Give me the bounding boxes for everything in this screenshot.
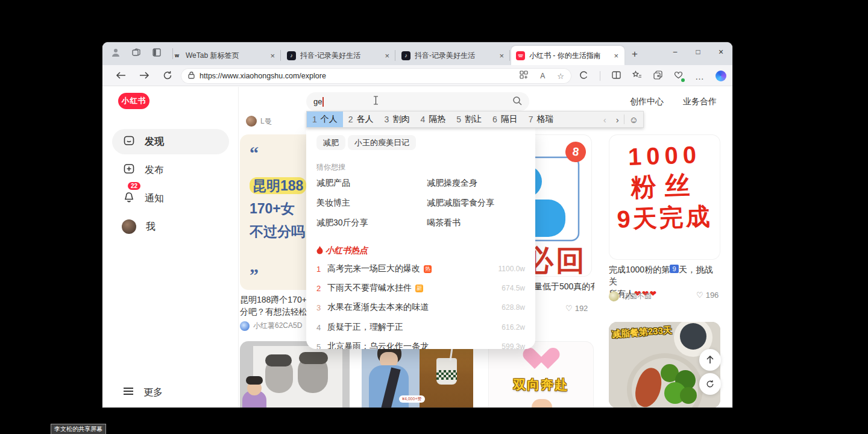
tab-douyin-2[interactable]: ♪ 抖音-记录美好生活 × [397,46,510,65]
ime-candidate[interactable]: 2各人 [343,112,379,127]
refresh-icon[interactable] [163,71,172,80]
extension-icon[interactable] [579,71,588,82]
close-tab-icon[interactable]: × [612,51,620,60]
creator-center-link[interactable]: 创作中心 [630,96,664,107]
address-bar[interactable]: https://www.xiaohongshu.com/explore A ☆ [181,68,571,84]
tab-xiaohongshu[interactable]: 小红书 - 你的生活指南 × [511,46,624,65]
day-badge: 9 [670,265,679,273]
split-screen-icon[interactable] [612,71,621,81]
douyin-icon: ♪ [287,51,296,60]
sidebar-item-publish[interactable]: 发布 [112,157,229,183]
like-count[interactable]: ♡ 196 [696,291,719,300]
like-icon: ♡ [696,291,703,300]
ime-candidate[interactable]: 4隔热 [415,112,451,127]
pink-heart-icon [529,348,553,370]
photo-card-heart[interactable]: 双向奔赴 [488,341,594,407]
search-suggestion[interactable]: 减肥30斤分享 [316,218,368,228]
copilot-icon[interactable] [715,71,726,81]
ime-candidate-bar: 1个人 2各人 3割肉 4隔热 5割让 6隔日 7格瑞 ‹ › ☺ [306,111,644,128]
photo-card[interactable] [240,341,350,407]
sidebar-item-label: 通知 [145,192,164,205]
xiaohongshu-logo[interactable]: 小红书 [118,93,149,109]
like-count[interactable]: ♡ 192 [565,304,588,313]
handwritten-text: 1000 [609,139,720,172]
close-window-button[interactable]: × [709,42,732,61]
sidebar-item-notifications[interactable]: 22 通知 [112,186,229,211]
search-icon[interactable] [512,96,522,108]
workspaces-icon[interactable] [131,48,141,60]
close-tab-icon[interactable]: × [383,51,391,60]
avatar [240,321,250,331]
collections-icon[interactable] [653,71,662,82]
flame-icon [316,246,323,256]
like-icon: ♡ [565,304,573,313]
refresh-feed-button[interactable] [699,373,721,395]
ime-emoji-icon[interactable]: ☺ [624,115,643,125]
douyin-icon: ♪ [401,51,410,60]
maximize-button[interactable]: □ [687,42,709,61]
forward-icon[interactable] [139,71,149,80]
browser-essentials-icon[interactable] [674,71,684,81]
note-author[interactable]: 汤圆不圆 [609,291,652,301]
card-caption: 双向奔赴 [488,376,594,393]
wetab-icon: w [172,51,181,60]
ime-candidate[interactable]: 3割肉 [379,112,415,127]
business-link[interactable]: 业务合作 [683,96,717,107]
search-suggestion[interactable]: 减肥减脂零食分享 [427,198,494,209]
search-suggestion[interactable]: 美妆博主 [316,198,350,209]
search-dropdown: 减肥 小王的瘦美日记 猜你想搜 减肥产品 减肥操瘦全身 美妆博主 减肥减脂零食分… [306,127,535,349]
notification-badge: 22 [128,182,140,190]
hot-item[interactable]: 2下雨天不要背碱水挂件 新 674.5w [316,281,525,295]
history-chip[interactable]: 小王的瘦美日记 [348,135,416,150]
note-title[interactable]: 量低于500真的有 [534,280,594,292]
tab-douyin-1[interactable]: ♪ 抖音-记录美好生活 × [282,46,395,65]
avatar [122,219,136,234]
url-text: https://www.xiaohongshu.com/explore [200,72,520,80]
minimize-button[interactable]: – [664,42,687,61]
hot-badge: 热 [424,265,432,273]
handwritten-text: 9天完成 [609,200,720,234]
read-aloud-icon[interactable]: A [540,72,545,80]
favorites-star-icon[interactable]: ☆ [557,72,564,81]
author-name: 汤圆不圆 [623,291,652,301]
new-tab-button[interactable]: + [632,48,638,60]
close-tab-icon[interactable]: × [498,51,505,60]
hot-item[interactable]: 5北京暴雨：乌云化作一条龙 599.3w [316,340,525,349]
vertical-tabs-icon[interactable] [152,48,162,60]
photo-card[interactable]: ¥4,000+赞 [362,341,473,407]
ime-prev-icon[interactable]: ‹ [599,115,611,125]
bell-icon [123,191,135,206]
sidebar-item-me[interactable]: 我 [112,214,229,239]
profile-icon[interactable] [111,48,121,60]
search-suggestion[interactable]: 喝茶看书 [427,218,461,228]
search-suggestion[interactable]: 减肥产品 [316,178,350,189]
search-input[interactable]: ge [306,92,529,111]
settings-more-icon[interactable]: … [695,71,704,81]
screen-share-banner: 李文松的共享屏幕 [51,424,106,434]
search-suggestion[interactable]: 减肥操瘦全身 [427,178,477,189]
sidebar-item-more[interactable]: 更多 [112,380,229,405]
scroll-top-button[interactable] [699,349,721,371]
ime-candidate[interactable]: 6隔日 [487,112,523,127]
note-author[interactable]: 小红薯62CA5D [240,321,302,331]
back-icon[interactable] [116,71,126,80]
favorites-bar-icon[interactable] [632,71,642,81]
split-grid-icon[interactable] [520,71,528,81]
feed-author-above[interactable]: L曼 [246,116,272,127]
sidebar-item-label: 发布 [145,164,164,177]
history-chip[interactable]: 减肥 [316,135,345,150]
hot-item[interactable]: 4质疑于正，理解于正 616.2w [316,321,525,334]
close-tab-icon[interactable]: × [269,51,276,60]
sidebar-item-discover[interactable]: 发现 [112,129,229,154]
hot-item[interactable]: 3水果在逐渐失去本来的味道 628.8w [316,301,525,314]
price-label: ¥4,000+赞 [399,395,425,403]
ime-candidate[interactable]: 7格瑞 [523,112,559,127]
ime-next-icon[interactable]: › [611,115,624,125]
hot-item[interactable]: 1高考完来一场巨大的爆改 热 1100.0w [316,262,525,275]
sidebar-item-label: 我 [146,221,156,233]
tab-title: 小红书 - 你的生活指南 [529,51,612,61]
ime-candidate[interactable]: 1个人 [307,112,343,127]
ime-candidate[interactable]: 5割让 [451,112,487,127]
note-card-1000fans[interactable]: 1000 粉丝 9天完成 [609,134,720,260]
tab-wetab[interactable]: w WeTab 新标签页 × [168,46,281,65]
